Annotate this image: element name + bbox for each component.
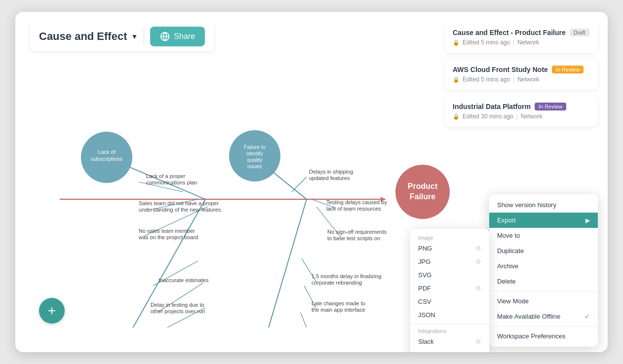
svg-text:No sales team member: No sales team member <box>139 228 195 234</box>
lock-icon-1: 🔒 <box>453 76 460 83</box>
menu-view-mode[interactable]: View Mode <box>489 293 598 309</box>
export-json[interactable]: JSON <box>410 308 489 322</box>
lock-icon-0: 🔒 <box>453 39 460 46</box>
menu-export[interactable]: Export ▶ <box>489 213 598 228</box>
fishbone-diagram: Lack of a proper communications plan Sal… <box>30 71 425 328</box>
menu-divider-1 <box>489 291 598 291</box>
svg-text:identify: identify <box>246 150 263 156</box>
menu-delete[interactable]: Delete <box>489 274 598 289</box>
svg-text:Lack of: Lack of <box>98 149 116 155</box>
doc-meta-2: 🔒 Edited 30 mins ago | Network <box>453 113 590 120</box>
svg-text:Delays in shipping: Delays in shipping <box>309 169 353 175</box>
doc-title-0: Cause and Effect - Product Failure <box>453 29 566 36</box>
menu-archive[interactable]: Archive <box>489 258 598 274</box>
export-json-label: JSON <box>418 311 435 319</box>
export-slack-label: Slack <box>418 338 434 345</box>
doc-network-0: Network <box>517 39 539 46</box>
gear-icon-png[interactable]: ⚙ <box>475 245 481 252</box>
svg-text:subscriptions: subscriptions <box>91 156 123 162</box>
product-failure-label: ProductFailure <box>408 182 437 202</box>
svg-text:was on the project board: was on the project board <box>138 234 198 240</box>
share-button[interactable]: Share <box>150 27 205 46</box>
doc-card-2[interactable]: Industrial Data Platform In Review 🔒 Edi… <box>445 96 598 127</box>
export-slack[interactable]: Slack ⚙ <box>410 335 489 348</box>
doc-edited-2: Edited 30 mins ago <box>463 113 513 120</box>
svg-text:No sign-off requirements: No sign-off requirements <box>327 229 387 235</box>
svg-text:1.5 months delay in finalizing: 1.5 months delay in finalizing <box>312 273 381 279</box>
doc-title-2: Industrial Data Platform <box>453 103 531 110</box>
doc-badge-2: In Review <box>535 103 566 110</box>
svg-text:to base test scripts on: to base test scripts on <box>327 235 380 241</box>
svg-line-18 <box>301 313 312 328</box>
main-container: Cause and Effect ▼ Share <box>15 12 608 352</box>
menu-item-label: Workspace Preferences <box>497 332 566 340</box>
doc-badge-0: Draft <box>570 29 589 36</box>
doc-network-1: Network <box>517 76 539 83</box>
export-jpg-label: JPG <box>418 258 430 265</box>
doc-card-0[interactable]: Cause and Effect - Product Failure Draft… <box>445 22 598 53</box>
svg-text:understanding of the new featu: understanding of the new features. <box>139 207 222 213</box>
export-svg-label: SVG <box>418 271 431 279</box>
chevron-down-icon[interactable]: ▼ <box>131 33 138 40</box>
page-title: Cause and Effect <box>39 30 127 43</box>
doc-edited-1: Edited 5 mins ago <box>463 76 510 83</box>
export-png[interactable]: PNG ⚙ <box>410 242 489 255</box>
title-area: Cause and Effect ▼ Share <box>30 22 214 51</box>
gear-icon-jpg[interactable]: ⚙ <box>475 258 481 265</box>
svg-line-15 <box>255 199 307 328</box>
product-failure-node: ProductFailure <box>395 165 450 219</box>
export-pdf[interactable]: PDF ⚙ <box>410 282 489 295</box>
svg-text:updated features: updated features <box>309 175 350 181</box>
doc-meta-0: 🔒 Edited 5 mins ago | Network <box>453 39 590 46</box>
svg-text:other projects over-run: other projects over-run <box>151 308 205 314</box>
add-button[interactable]: + <box>39 298 65 324</box>
menu-show-version-history[interactable]: Show version history <box>489 197 598 213</box>
canvas-area: Cause and Effect ▼ Share <box>15 12 608 352</box>
export-csv[interactable]: CSV <box>410 295 489 308</box>
doc-network-2: Network <box>521 113 543 120</box>
svg-text:communications plan: communications plan <box>146 180 197 185</box>
header: Cause and Effect ▼ Share <box>30 22 214 51</box>
menu-duplicate[interactable]: Duplicate <box>489 243 598 258</box>
menu-divider-2 <box>489 326 598 327</box>
menu-workspace-preferences[interactable]: Workspace Preferences <box>489 328 598 344</box>
doc-card-1[interactable]: AWS Cloud Front Study Note In Review 🔒 E… <box>445 59 598 90</box>
menu-item-label: View Mode <box>497 297 529 305</box>
svg-text:Sales team did not have a prop: Sales team did not have a proper <box>139 200 219 206</box>
gear-icon-google-drive[interactable]: ⚙ <box>475 351 481 352</box>
export-jpg[interactable]: JPG ⚙ <box>410 255 489 268</box>
doc-card-title-row-1: AWS Cloud Front Study Note In Review <box>453 66 590 73</box>
gear-icon-pdf[interactable]: ⚙ <box>475 285 481 292</box>
menu-item-label: Archive <box>497 262 518 270</box>
doc-title-1: AWS Cloud Front Study Note <box>453 66 548 73</box>
menu-make-available-offline[interactable]: Make Available Offline ✓ <box>489 309 598 324</box>
context-menu: Show version history Export ▶ Move to Du… <box>489 194 598 347</box>
gear-icon-slack[interactable]: ⚙ <box>475 338 481 345</box>
export-pdf-label: PDF <box>418 285 431 292</box>
svg-text:issues: issues <box>247 163 262 169</box>
globe-icon <box>160 32 170 41</box>
svg-text:Delay in testing due to: Delay in testing due to <box>151 302 204 308</box>
menu-move-to[interactable]: Move to <box>489 228 598 243</box>
export-google-drive-label: Google Drive <box>418 351 456 352</box>
menu-item-label: Export <box>497 217 516 224</box>
menu-item-label: Duplicate <box>497 247 524 255</box>
svg-text:Failure to: Failure to <box>244 144 266 150</box>
export-submenu: Image PNG ⚙ JPG ⚙ SVG PDF ⚙ CSV JSON <box>410 229 489 352</box>
submenu-section-integrations: Integrations <box>410 326 489 335</box>
doc-card-title-row-0: Cause and Effect - Product Failure Draft <box>453 29 590 36</box>
doc-edited-0: Edited 5 mins ago <box>463 39 510 46</box>
menu-item-label: Show version history <box>497 201 556 209</box>
export-svg[interactable]: SVG <box>410 268 489 282</box>
menu-item-label: Move to <box>497 232 520 239</box>
svg-text:Lack of a proper: Lack of a proper <box>146 173 186 179</box>
svg-text:Inaccurate estimates: Inaccurate estimates <box>158 277 209 283</box>
export-google-drive[interactable]: Google Drive ⚙ <box>410 348 489 352</box>
export-csv-label: CSV <box>418 298 431 305</box>
submenu-section-image: Image <box>410 233 489 242</box>
svg-text:Testing delays caused by: Testing delays caused by <box>326 199 387 205</box>
doc-card-title-row-2: Industrial Data Platform In Review <box>453 103 590 110</box>
menu-item-label: Delete <box>497 278 516 285</box>
svg-line-8 <box>292 177 307 192</box>
doc-badge-1: In Review <box>552 66 584 73</box>
